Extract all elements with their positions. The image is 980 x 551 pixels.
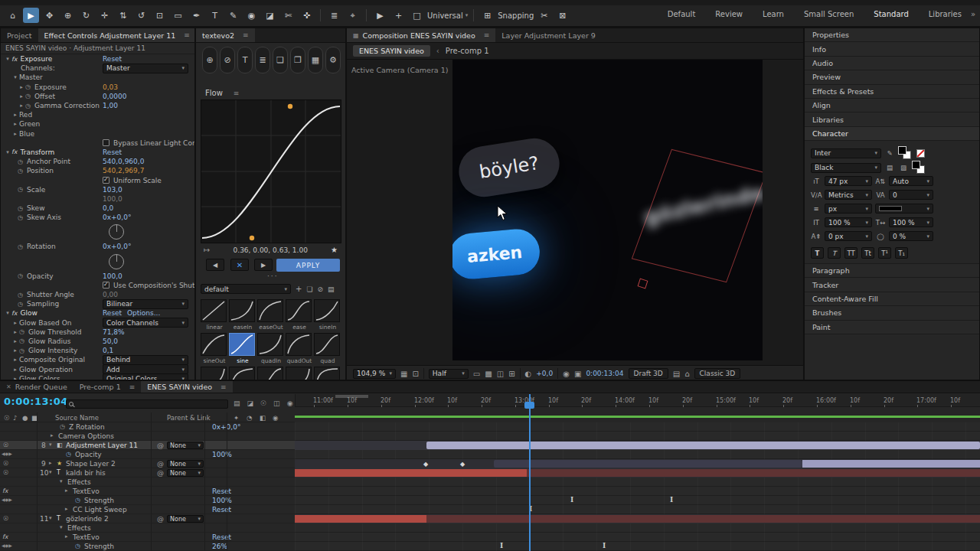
layer-name[interactable]: kaldı bir his xyxy=(66,469,106,477)
timeline-row-camera-options[interactable]: ▸ Camera Options xyxy=(0,432,295,441)
layer-bar-gozlerinde-2[interactable] xyxy=(426,515,980,523)
curve-cubicout[interactable] xyxy=(229,367,255,380)
pick-whip-icon[interactable]: @ xyxy=(157,515,164,523)
tracker-icon[interactable]: ⌖ xyxy=(345,8,361,23)
keyframe-diamond[interactable]: ◆ xyxy=(423,461,428,468)
view-layout-icon[interactable]: ⊞ xyxy=(508,370,514,378)
more-options-dots[interactable]: ··· xyxy=(267,272,279,280)
reset-link[interactable]: Reset xyxy=(212,487,231,495)
stopwatch-icon[interactable]: ◷ xyxy=(18,301,27,308)
property-value[interactable]: 71,8% xyxy=(103,328,125,336)
stopwatch-icon[interactable]: ◷ xyxy=(19,337,28,344)
property-value[interactable]: 540,2,969,7 xyxy=(103,167,144,174)
delete-icon[interactable]: ⊘ xyxy=(220,47,235,73)
tsume-dropdown[interactable]: 0 %▾ xyxy=(889,231,933,241)
stroke-width-dropdown[interactable]: px▾ xyxy=(825,204,872,214)
curve-linear[interactable]: linear xyxy=(201,299,227,322)
selection-arrow-icon[interactable]: ▶ xyxy=(372,8,388,23)
faux-italic-button[interactable]: T xyxy=(828,247,841,259)
expander-icon[interactable]: ▸ xyxy=(51,432,54,439)
glow-colors-dropdown[interactable]: Original Colors▾ xyxy=(103,373,188,380)
property-value[interactable]: 100,0 xyxy=(103,272,122,280)
grid-icon[interactable]: ▦ xyxy=(308,47,323,73)
reset-link[interactable]: Reset xyxy=(103,148,122,156)
reset-link[interactable]: Reset xyxy=(103,309,122,317)
curve-cubicin[interactable] xyxy=(201,367,227,380)
workspace-libraries[interactable]: Libraries xyxy=(929,10,962,18)
add-preset-icon[interactable]: + xyxy=(296,285,302,293)
stopwatch-icon[interactable]: ◷ xyxy=(19,347,28,354)
prev-button[interactable]: ◀ xyxy=(206,259,224,271)
workspace-default[interactable]: Default xyxy=(668,10,696,18)
expander-icon[interactable]: ▸ xyxy=(18,103,25,109)
timeline-button-icon[interactable]: ▤ xyxy=(673,370,680,378)
curve-sine-selected[interactable]: sine xyxy=(229,333,255,356)
apply-button[interactable]: APPLY xyxy=(276,259,340,272)
stroke-fill-order-dropdown[interactable]: ▾ xyxy=(875,204,933,214)
stopwatch-icon[interactable]: ◷ xyxy=(60,423,65,430)
expander-icon[interactable]: ▸ xyxy=(65,506,68,512)
curve-easeout[interactable]: easeOut xyxy=(257,299,283,322)
expander-icon[interactable]: ▾ xyxy=(49,469,52,475)
show-snapshot-icon[interactable]: ▣ xyxy=(574,370,581,378)
timeline-row-shape-layer-2[interactable]: ☉ 9 ▸ ★ Shape Layer 2 @ None▾ xyxy=(0,459,295,468)
expander-icon[interactable]: ▸ xyxy=(11,357,19,363)
panel-paint[interactable]: Paint xyxy=(805,321,979,334)
timeline-row-strength-2[interactable]: ◀◆▶ ◷ Strength 26% xyxy=(0,542,295,551)
add-icon[interactable]: ⊕ xyxy=(202,47,217,73)
stopwatch-icon[interactable]: ◷ xyxy=(18,243,27,250)
paste-icon[interactable]: ❐ xyxy=(290,47,305,73)
solo-column-icon[interactable]: ● xyxy=(22,414,28,422)
motion-blur-icon[interactable]: ◉ xyxy=(287,399,293,407)
workspace-overflow-icon[interactable]: » xyxy=(971,10,975,18)
baseline-shift-dropdown[interactable]: 0 px▾ xyxy=(825,231,872,241)
keyframe-nav-icons[interactable]: ◀◆▶ xyxy=(2,451,12,456)
hand-tool-icon[interactable]: ✥ xyxy=(41,8,57,23)
panel-align[interactable]: Align xyxy=(805,99,979,112)
channels-icon[interactable]: ◐ xyxy=(525,370,532,378)
effect-header-glow[interactable]: ▾fxGlowResetOptions... xyxy=(1,308,194,318)
curve-quartin[interactable] xyxy=(286,367,312,380)
expander-icon[interactable]: ▸ xyxy=(18,84,25,90)
pen-tool-icon[interactable]: ✒ xyxy=(188,8,204,23)
stopwatch-icon[interactable]: ◷ xyxy=(25,103,34,109)
mask-visibility-icon[interactable]: ⊡ xyxy=(412,370,418,378)
stopwatch-icon[interactable]: ◷ xyxy=(25,83,34,90)
comp-mini-flowchart-icon[interactable]: ▤ xyxy=(234,399,240,407)
panel-info[interactable]: Info xyxy=(805,42,979,56)
shape-tool-icon[interactable]: ▭ xyxy=(170,8,186,23)
effects-column-icon[interactable]: ◧ xyxy=(260,414,266,422)
align-icon[interactable]: ≣ xyxy=(326,8,342,23)
property-value[interactable]: 0x+0,0° xyxy=(103,243,131,250)
breadcrumb-current-comp[interactable]: ENES SAYIN video xyxy=(353,45,430,57)
reset-link[interactable]: Reset xyxy=(103,55,122,63)
time-ruler[interactable]: 11:00f 10f 20f 12:00f 10f 20f 13:00f 10f… xyxy=(295,394,980,407)
leading-dropdown[interactable]: Auto▾ xyxy=(889,176,933,186)
subscript-button[interactable]: T₁ xyxy=(895,247,908,259)
layer-bar-kaldi-bir-his[interactable] xyxy=(527,469,980,477)
save-preset-icon[interactable]: ❏ xyxy=(306,285,312,293)
audio-column-icon[interactable]: ♪ xyxy=(13,414,17,422)
property-value[interactable]: 0,0000 xyxy=(103,93,127,100)
effect-header-exposure[interactable]: ▾fxExposureReset xyxy=(1,54,194,64)
zoom-tool-icon[interactable]: ⊕ xyxy=(60,8,76,23)
pick-whip-icon[interactable]: @ xyxy=(157,442,164,449)
property-value[interactable]: 50,0 xyxy=(103,337,118,345)
preset-dropdown[interactable]: default▾ xyxy=(201,284,291,294)
camera-3d-view-icon[interactable]: ◫ xyxy=(497,370,504,378)
expander-icon[interactable]: ▸ xyxy=(11,329,19,335)
panel-brushes[interactable]: Brushes xyxy=(805,306,979,320)
stopwatch-icon[interactable]: ◷ xyxy=(18,205,27,212)
next-button[interactable]: ▶ xyxy=(254,259,273,271)
timeline-row-kaldi-bir-his[interactable]: ☉ 10 ▾ T kaldı bir his @ None▾ xyxy=(0,468,295,478)
panel-menu-icon[interactable]: ≡ xyxy=(243,31,249,39)
pick-whip-icon[interactable]: @ xyxy=(157,469,164,477)
timeline-track-area[interactable]: ◆ ◆ I I I I I xyxy=(295,422,980,551)
stopwatch-icon[interactable]: ◷ xyxy=(18,186,27,193)
pan-camera-tool-icon[interactable]: ✛ xyxy=(96,8,113,23)
visibility-icon[interactable]: ☉ xyxy=(3,460,8,467)
tab-composition[interactable]: ▦Composition ENES SAYIN video≡ xyxy=(347,28,495,42)
expander-icon[interactable]: ▾ xyxy=(4,310,11,316)
layer-bar-shape-layer-2[interactable] xyxy=(494,460,802,468)
reset-link[interactable]: Reset xyxy=(212,533,231,541)
